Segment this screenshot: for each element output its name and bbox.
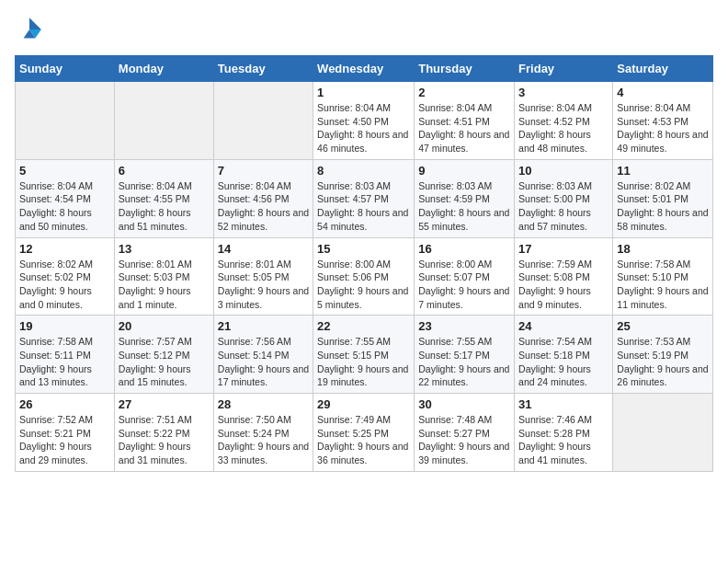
day-info: Sunrise: 7:51 AMSunset: 5:22 PMDaylight:… xyxy=(119,413,210,467)
calendar-cell: 31Sunrise: 7:46 AMSunset: 5:28 PMDayligh… xyxy=(515,394,613,472)
calendar-cell xyxy=(16,82,115,160)
day-number: 2 xyxy=(418,86,510,99)
day-info: Sunrise: 8:03 AMSunset: 4:57 PMDaylight:… xyxy=(317,179,410,234)
day-number: 28 xyxy=(218,397,309,411)
day-info: Sunrise: 8:00 AMSunset: 5:07 PMDaylight:… xyxy=(418,258,510,312)
day-info: Sunrise: 8:01 AMSunset: 5:03 PMDaylight:… xyxy=(119,258,210,312)
calendar-cell: 11Sunrise: 8:02 AMSunset: 5:01 PMDayligh… xyxy=(613,159,713,237)
day-info: Sunrise: 7:56 AMSunset: 5:14 PMDaylight:… xyxy=(218,335,309,389)
day-info: Sunrise: 7:46 AMSunset: 5:28 PMDaylight:… xyxy=(518,413,609,467)
day-number: 31 xyxy=(518,397,609,411)
calendar-cell: 13Sunrise: 8:01 AMSunset: 5:03 PMDayligh… xyxy=(114,237,213,316)
day-number: 21 xyxy=(218,319,309,333)
calendar-cell: 30Sunrise: 7:48 AMSunset: 5:27 PMDayligh… xyxy=(415,394,515,472)
day-info: Sunrise: 7:57 AMSunset: 5:12 PMDaylight:… xyxy=(119,335,210,389)
calendar-cell: 10Sunrise: 8:03 AMSunset: 5:00 PMDayligh… xyxy=(515,159,613,237)
day-number: 19 xyxy=(19,319,110,333)
calendar-cell: 20Sunrise: 7:57 AMSunset: 5:12 PMDayligh… xyxy=(114,316,213,394)
day-number: 6 xyxy=(119,164,210,178)
day-number: 30 xyxy=(418,397,510,411)
calendar-cell: 19Sunrise: 7:58 AMSunset: 5:11 PMDayligh… xyxy=(16,316,115,394)
weekday-header-thursday: Thursday xyxy=(415,56,515,82)
day-number: 17 xyxy=(518,242,609,256)
day-info: Sunrise: 8:04 AMSunset: 4:55 PMDaylight:… xyxy=(119,179,210,234)
calendar-cell: 8Sunrise: 8:03 AMSunset: 4:57 PMDaylight… xyxy=(313,159,415,237)
calendar-cell: 12Sunrise: 8:02 AMSunset: 5:02 PMDayligh… xyxy=(16,237,115,316)
day-number: 29 xyxy=(317,397,410,411)
weekday-header-tuesday: Tuesday xyxy=(213,56,313,82)
day-info: Sunrise: 8:04 AMSunset: 4:56 PMDaylight:… xyxy=(218,179,309,234)
day-info: Sunrise: 8:02 AMSunset: 5:01 PMDaylight:… xyxy=(617,179,709,234)
day-info: Sunrise: 7:58 AMSunset: 5:10 PMDaylight:… xyxy=(617,258,709,312)
calendar-cell: 1Sunrise: 8:04 AMSunset: 4:50 PMDaylight… xyxy=(313,82,415,160)
day-number: 24 xyxy=(518,319,609,333)
day-number: 13 xyxy=(119,242,210,256)
calendar-cell: 9Sunrise: 8:03 AMSunset: 4:59 PMDaylight… xyxy=(415,159,515,237)
page-header xyxy=(15,15,713,44)
calendar-cell: 15Sunrise: 8:00 AMSunset: 5:06 PMDayligh… xyxy=(313,237,415,316)
calendar-cell: 4Sunrise: 8:04 AMSunset: 4:53 PMDaylight… xyxy=(613,82,713,160)
calendar-cell: 24Sunrise: 7:54 AMSunset: 5:18 PMDayligh… xyxy=(515,316,613,394)
day-info: Sunrise: 8:03 AMSunset: 4:59 PMDaylight:… xyxy=(418,179,510,234)
calendar-cell: 17Sunrise: 7:59 AMSunset: 5:08 PMDayligh… xyxy=(515,237,613,316)
weekday-header-wednesday: Wednesday xyxy=(313,56,415,82)
day-info: Sunrise: 8:03 AMSunset: 5:00 PMDaylight:… xyxy=(518,179,609,234)
day-number: 8 xyxy=(317,164,410,178)
day-info: Sunrise: 7:48 AMSunset: 5:27 PMDaylight:… xyxy=(418,413,510,467)
calendar-cell: 7Sunrise: 8:04 AMSunset: 4:56 PMDaylight… xyxy=(213,159,313,237)
weekday-header-monday: Monday xyxy=(114,56,213,82)
day-number: 27 xyxy=(119,397,210,411)
calendar-cell: 14Sunrise: 8:01 AMSunset: 5:05 PMDayligh… xyxy=(213,237,313,316)
day-info: Sunrise: 8:00 AMSunset: 5:06 PMDaylight:… xyxy=(317,258,410,312)
calendar-cell: 26Sunrise: 7:52 AMSunset: 5:21 PMDayligh… xyxy=(16,394,115,472)
svg-marker-0 xyxy=(29,17,41,29)
calendar-cell: 16Sunrise: 8:00 AMSunset: 5:07 PMDayligh… xyxy=(415,237,515,316)
day-number: 16 xyxy=(418,242,510,256)
day-info: Sunrise: 8:02 AMSunset: 5:02 PMDaylight:… xyxy=(19,258,110,312)
day-number: 25 xyxy=(617,319,709,333)
calendar-cell: 6Sunrise: 8:04 AMSunset: 4:55 PMDaylight… xyxy=(114,159,213,237)
day-info: Sunrise: 8:01 AMSunset: 5:05 PMDaylight:… xyxy=(218,258,309,312)
weekday-header-sunday: Sunday xyxy=(16,56,115,82)
day-info: Sunrise: 8:04 AMSunset: 4:51 PMDaylight:… xyxy=(418,101,510,155)
day-number: 10 xyxy=(518,164,609,178)
calendar-cell: 2Sunrise: 8:04 AMSunset: 4:51 PMDaylight… xyxy=(415,82,515,160)
day-number: 1 xyxy=(317,86,410,99)
day-info: Sunrise: 8:04 AMSunset: 4:50 PMDaylight:… xyxy=(317,101,410,155)
calendar-cell: 18Sunrise: 7:58 AMSunset: 5:10 PMDayligh… xyxy=(613,237,713,316)
day-number: 18 xyxy=(617,242,709,256)
day-number: 14 xyxy=(218,242,309,256)
day-number: 23 xyxy=(418,319,510,333)
day-number: 4 xyxy=(617,86,709,99)
day-info: Sunrise: 8:04 AMSunset: 4:54 PMDaylight:… xyxy=(19,179,110,234)
day-info: Sunrise: 7:52 AMSunset: 5:21 PMDaylight:… xyxy=(19,413,110,467)
day-info: Sunrise: 7:55 AMSunset: 5:15 PMDaylight:… xyxy=(317,335,410,389)
calendar-table: SundayMondayTuesdayWednesdayThursdayFrid… xyxy=(15,55,713,472)
day-number: 12 xyxy=(19,242,110,256)
calendar-cell: 28Sunrise: 7:50 AMSunset: 5:24 PMDayligh… xyxy=(213,394,313,472)
day-info: Sunrise: 7:49 AMSunset: 5:25 PMDaylight:… xyxy=(317,413,410,467)
calendar-cell xyxy=(613,394,713,472)
calendar-cell: 25Sunrise: 7:53 AMSunset: 5:19 PMDayligh… xyxy=(613,316,713,394)
calendar-cell: 5Sunrise: 8:04 AMSunset: 4:54 PMDaylight… xyxy=(16,159,115,237)
day-info: Sunrise: 7:54 AMSunset: 5:18 PMDaylight:… xyxy=(518,335,609,389)
calendar-cell xyxy=(114,82,213,160)
day-number: 9 xyxy=(418,164,510,178)
calendar-cell: 23Sunrise: 7:55 AMSunset: 5:17 PMDayligh… xyxy=(415,316,515,394)
day-info: Sunrise: 7:59 AMSunset: 5:08 PMDaylight:… xyxy=(518,258,609,312)
day-info: Sunrise: 7:53 AMSunset: 5:19 PMDaylight:… xyxy=(617,335,709,389)
weekday-header-saturday: Saturday xyxy=(613,56,713,82)
day-number: 7 xyxy=(218,164,309,178)
calendar-cell: 3Sunrise: 8:04 AMSunset: 4:52 PMDaylight… xyxy=(515,82,613,160)
calendar-cell: 27Sunrise: 7:51 AMSunset: 5:22 PMDayligh… xyxy=(114,394,213,472)
calendar-cell xyxy=(213,82,313,160)
day-number: 11 xyxy=(617,164,709,178)
calendar-cell: 21Sunrise: 7:56 AMSunset: 5:14 PMDayligh… xyxy=(213,316,313,394)
day-number: 3 xyxy=(518,86,609,99)
logo-icon xyxy=(15,15,44,44)
calendar-cell: 22Sunrise: 7:55 AMSunset: 5:15 PMDayligh… xyxy=(313,316,415,394)
day-info: Sunrise: 7:50 AMSunset: 5:24 PMDaylight:… xyxy=(218,413,309,467)
day-number: 22 xyxy=(317,319,410,333)
logo xyxy=(15,15,48,44)
day-info: Sunrise: 7:55 AMSunset: 5:17 PMDaylight:… xyxy=(418,335,510,389)
